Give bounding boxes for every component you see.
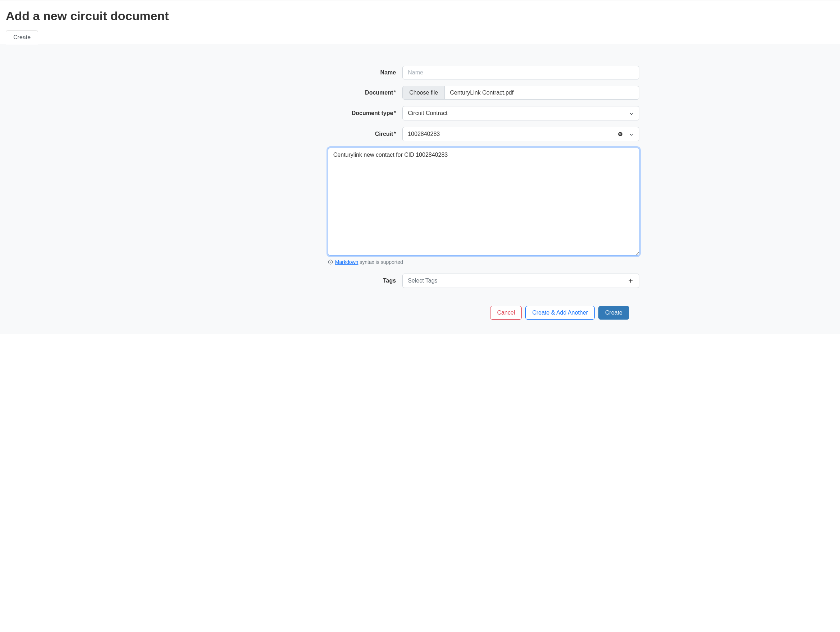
tags-label: Tags [201, 277, 403, 284]
tags-select[interactable]: Select Tags [403, 274, 639, 288]
create-button[interactable]: Create [598, 306, 629, 320]
name-input[interactable] [403, 66, 639, 79]
button-row: Cancel Create & Add Another Create [201, 306, 639, 320]
document-type-label: Document type* [201, 110, 403, 117]
markdown-help: Markdown syntax is supported [328, 259, 639, 265]
circuit-label: Circuit* [201, 131, 403, 137]
choose-file-button[interactable]: Choose file [403, 86, 445, 99]
cancel-button[interactable]: Cancel [490, 306, 522, 320]
tabs-bar: Create [0, 30, 840, 44]
markdown-link[interactable]: Markdown [335, 259, 358, 265]
document-file-group: Choose file CenturyLink Contract.pdf [403, 86, 639, 99]
document-label: Document* [201, 90, 403, 96]
create-add-another-button[interactable]: Create & Add Another [525, 306, 595, 320]
circuit-select[interactable]: 1002840283 [403, 127, 639, 141]
clear-icon[interactable] [618, 132, 623, 137]
document-filename: CenturyLink Contract.pdf [445, 86, 639, 99]
tab-create[interactable]: Create [6, 30, 38, 44]
description-textarea[interactable] [328, 148, 639, 255]
form-area: Name Document* Choose file CenturyLink C… [0, 44, 840, 334]
document-type-select[interactable]: Circuit Contract [403, 106, 639, 120]
name-label: Name [201, 69, 403, 76]
svg-point-3 [330, 261, 331, 262]
info-icon [328, 260, 333, 265]
page-title: Add a new circuit document [0, 0, 840, 30]
